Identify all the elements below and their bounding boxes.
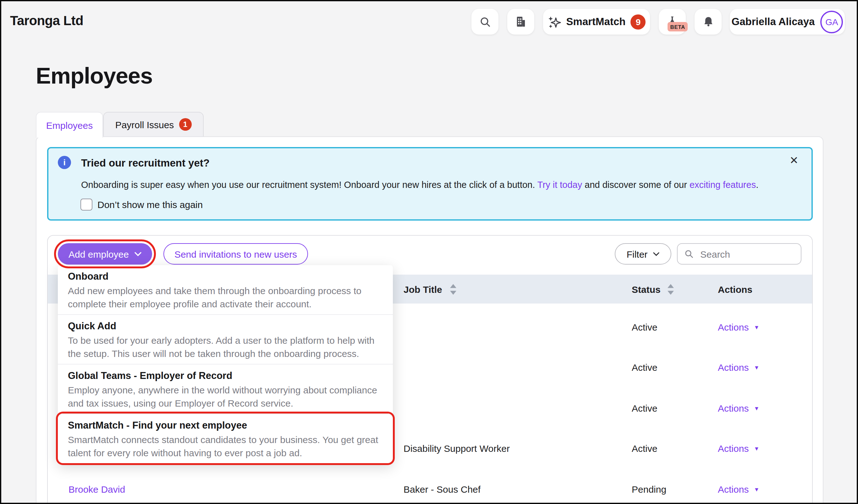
search-field-wrap (677, 243, 801, 264)
avatar: GA (820, 10, 843, 33)
tab-employees[interactable]: Employees (36, 112, 103, 137)
search-button[interactable] (472, 9, 498, 35)
actions-menu-button[interactable]: Actions▼ (718, 388, 759, 428)
menu-item-description: SmartMatch connects standout candidates … (68, 433, 383, 459)
column-actions: Actions (718, 275, 752, 304)
chevron-down-icon (134, 252, 141, 256)
caret-down-icon: ▼ (754, 445, 759, 452)
company-name: Taronga Ltd (10, 13, 83, 28)
job-title-cell: Baker - Sous Chef (403, 469, 480, 504)
banner-body-text-3: . (756, 180, 758, 190)
menu-item-quick-add[interactable]: Quick Add To be used for your early adop… (58, 314, 393, 364)
chevron-down-icon (653, 252, 660, 256)
bell-icon (702, 15, 714, 28)
menu-item-description: Employ anyone, anywhere in the world wit… (68, 383, 383, 410)
menu-item-onboard[interactable]: Onboard Add new employees and take them … (58, 265, 393, 314)
beta-badge: BETA (668, 22, 688, 31)
table-row: Brooke David Baker - Sous Chef Pending A… (48, 469, 812, 504)
smartmatch-button[interactable]: SmartMatch 9 (543, 9, 650, 35)
employee-name-link[interactable]: Brooke David (68, 469, 125, 504)
status-cell: Pending (632, 469, 666, 504)
menu-item-description: To be used for your early adopters. Add … (68, 334, 383, 360)
organisation-button[interactable] (507, 9, 534, 35)
search-input[interactable] (699, 248, 795, 260)
filter-button[interactable]: Filter (615, 243, 671, 264)
filter-label: Filter (627, 248, 648, 259)
dont-show-again-label: Don’t show me this again (97, 199, 203, 210)
search-icon (479, 15, 491, 28)
status-cell: Active (632, 307, 657, 347)
smartmatch-count-badge: 9 (631, 14, 646, 29)
status-cell: Active (632, 347, 657, 387)
sort-icon[interactable] (668, 275, 674, 304)
add-employee-label: Add employee (68, 248, 129, 259)
search-icon (684, 249, 694, 259)
user-menu[interactable]: Gabriella Alicaya GA (730, 9, 845, 35)
send-invitations-button[interactable]: Send invitations to new users (163, 243, 308, 264)
menu-item-global-teams[interactable]: Global Teams - Employer of Record Employ… (58, 364, 393, 413)
banner-title: Tried our recruitment yet? (81, 157, 210, 169)
building-icon (514, 15, 527, 28)
banner-body-text-2: and discover some of our (582, 180, 689, 190)
caret-down-icon: ▼ (754, 324, 759, 330)
send-invitations-label: Send invitations to new users (174, 248, 297, 259)
caret-down-icon: ▼ (754, 364, 759, 371)
app-window: Taronga Ltd SmartMatch 9 (0, 0, 858, 504)
try-it-today-link[interactable]: Try it today (537, 180, 582, 190)
add-employee-button[interactable]: Add employee (58, 243, 152, 264)
notifications-button[interactable] (695, 9, 721, 35)
payroll-issues-badge: 1 (179, 118, 191, 131)
menu-item-description: Add new employees and take them through … (68, 284, 383, 310)
caret-down-icon: ▼ (754, 486, 759, 493)
menu-item-title: Quick Add (68, 320, 383, 332)
exciting-features-link[interactable]: exciting features (689, 180, 756, 190)
actions-menu-button[interactable]: Actions▼ (718, 347, 759, 387)
beta-labs-button[interactable]: BETA (659, 9, 686, 35)
menu-item-title: Onboard (68, 270, 383, 282)
tab-payroll-issues-label: Payroll Issues (115, 119, 174, 130)
sort-icon[interactable] (450, 275, 456, 304)
actions-label: Actions (718, 443, 749, 453)
tab-employees-label: Employees (46, 120, 93, 130)
actions-label: Actions (718, 362, 749, 372)
actions-menu-button[interactable]: Actions▼ (718, 307, 759, 347)
menu-item-title: SmartMatch - Find your next employee (68, 419, 383, 431)
actions-menu-button[interactable]: Actions▼ (718, 469, 759, 504)
sparkles-icon (547, 15, 561, 29)
user-name: Gabriella Alicaya (732, 16, 815, 28)
actions-label: Actions (718, 403, 749, 413)
add-employee-dropdown: Onboard Add new employees and take them … (58, 265, 393, 463)
status-cell: Active (632, 428, 657, 468)
dont-show-again-checkbox[interactable] (80, 199, 92, 211)
page-title: Employees (36, 63, 153, 89)
actions-label: Actions (718, 484, 749, 494)
close-icon[interactable]: ✕ (790, 154, 799, 167)
job-title-cell: Disability Support Worker (403, 428, 510, 468)
column-job-title: Job Title (403, 275, 442, 304)
menu-item-smartmatch[interactable]: SmartMatch - Find your next employee Sma… (58, 413, 393, 463)
banner-body-text-1: Onboarding is super easy when you use ou… (81, 180, 537, 190)
caret-down-icon: ▼ (754, 405, 759, 412)
menu-item-title: Global Teams - Employer of Record (68, 370, 383, 381)
actions-menu-button[interactable]: Actions▼ (718, 428, 759, 468)
smartmatch-label: SmartMatch (566, 16, 626, 28)
tab-payroll-issues[interactable]: Payroll Issues 1 (103, 112, 204, 137)
info-icon: i (58, 156, 71, 169)
status-cell: Active (632, 388, 657, 428)
banner-body: Onboarding is super easy when you use ou… (81, 180, 758, 190)
column-status: Status (632, 275, 661, 304)
actions-label: Actions (718, 322, 749, 332)
